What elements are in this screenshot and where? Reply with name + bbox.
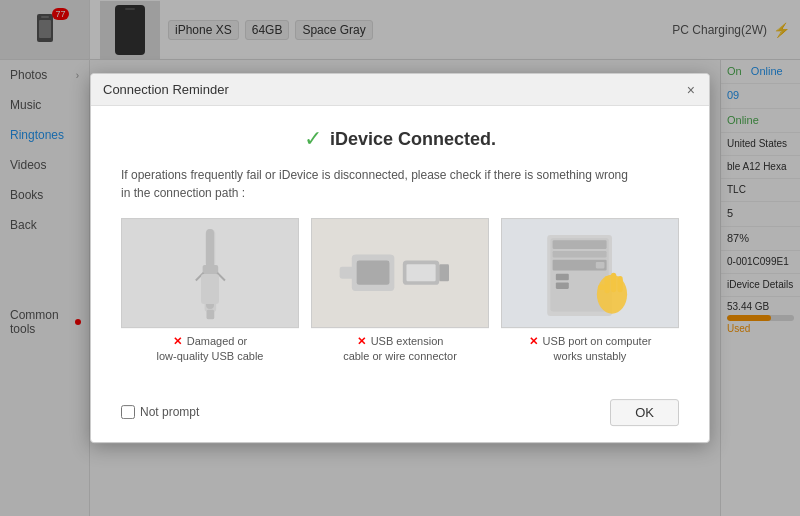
modal-close-button[interactable]: × — [685, 83, 697, 97]
modal-footer: Not prompt OK — [91, 399, 709, 442]
computer-label: ✕ USB port on computerworks unstably — [529, 334, 652, 365]
svg-rect-13 — [406, 265, 435, 282]
svg-line-7 — [217, 273, 225, 281]
connected-text: iDevice Connected. — [330, 129, 496, 150]
svg-rect-23 — [555, 283, 568, 289]
svg-rect-8 — [204, 288, 216, 312]
cable-label: ✕ Damaged orlow-quality USB cable — [157, 334, 264, 365]
cable-image — [121, 218, 299, 328]
svg-rect-11 — [356, 261, 389, 285]
svg-rect-14 — [439, 265, 449, 282]
svg-line-5 — [195, 273, 203, 281]
checkmark-icon: ✓ — [304, 126, 322, 152]
computer-image-block: ✕ USB port on computerworks unstably — [501, 218, 679, 365]
usb-svg — [330, 225, 471, 322]
svg-rect-28 — [598, 285, 606, 290]
usb-image — [311, 218, 489, 328]
svg-rect-9 — [206, 310, 214, 320]
modal-header-row: ✓ iDevice Connected. — [121, 126, 679, 152]
computer-label-text: USB port on computerworks unstably — [543, 335, 652, 362]
modal-body: ✓ iDevice Connected. If operations frequ… — [91, 106, 709, 399]
cable-x-mark: ✕ — [173, 335, 182, 347]
svg-rect-3 — [205, 229, 215, 268]
usb-image-block: ✕ USB extensioncable or wire connector — [311, 218, 489, 365]
svg-rect-15 — [339, 267, 354, 279]
svg-rect-21 — [595, 262, 604, 268]
connection-reminder-modal: Connection Reminder × ✓ iDevice Connecte… — [90, 73, 710, 443]
svg-rect-25 — [604, 276, 609, 293]
svg-rect-19 — [552, 252, 606, 258]
svg-rect-26 — [611, 273, 616, 292]
modal-title-bar: Connection Reminder × — [91, 74, 709, 106]
usb-label: ✕ USB extensioncable or wire connector — [343, 334, 457, 365]
svg-rect-22 — [555, 274, 568, 280]
ok-button[interactable]: OK — [610, 399, 679, 426]
svg-rect-18 — [552, 241, 606, 250]
computer-x-mark: ✕ — [529, 335, 538, 347]
computer-image — [501, 218, 679, 328]
usb-x-mark: ✕ — [357, 335, 366, 347]
svg-rect-4 — [202, 265, 218, 280]
cable-svg — [140, 225, 281, 322]
not-prompt-checkbox[interactable] — [121, 405, 135, 419]
svg-rect-27 — [617, 276, 622, 292]
modal-description: If operations frequently fail or iDevice… — [121, 166, 679, 202]
modal-title: Connection Reminder — [103, 82, 229, 97]
cable-image-block: ✕ Damaged orlow-quality USB cable — [121, 218, 299, 365]
not-prompt-label[interactable]: Not prompt — [140, 405, 199, 419]
not-prompt-checkbox-wrap[interactable]: Not prompt — [121, 405, 199, 419]
computer-svg — [520, 225, 661, 322]
images-row: ✕ Damaged orlow-quality USB cable — [121, 218, 679, 365]
